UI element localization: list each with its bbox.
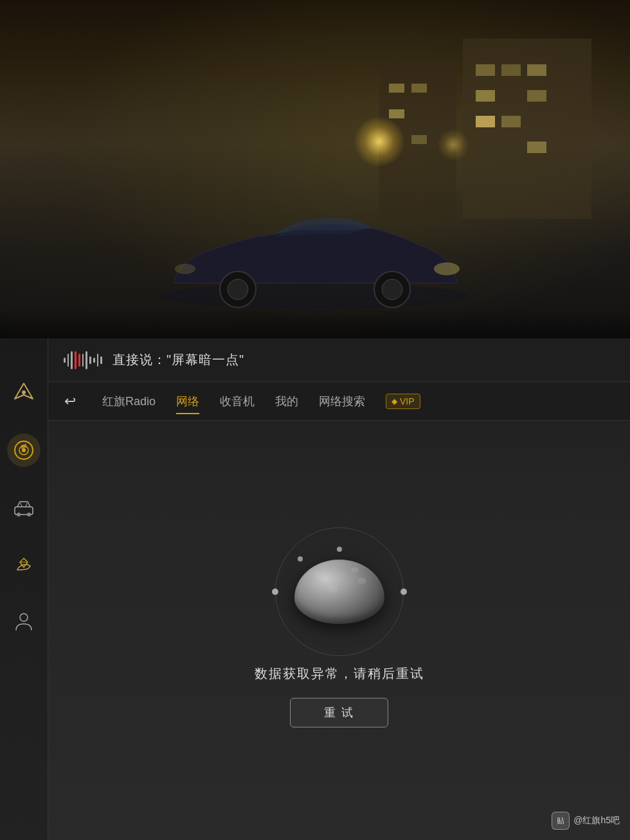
voice-bar: 直接说："屏幕暗一点" xyxy=(48,338,630,382)
sidebar-item-user[interactable] xyxy=(8,606,39,637)
svg-point-7 xyxy=(22,390,26,394)
street-light-2 xyxy=(437,129,469,161)
svg-point-16 xyxy=(20,614,28,621)
sidebar-item-navigation[interactable] xyxy=(8,377,39,408)
svg-point-13 xyxy=(27,513,31,516)
sidebar xyxy=(0,338,48,840)
voice-wave-icon xyxy=(64,351,102,369)
loading-sphere-container xyxy=(269,534,410,650)
svg-point-5 xyxy=(434,262,460,275)
back-button[interactable]: ↩ xyxy=(59,390,82,413)
svg-point-4 xyxy=(382,279,402,300)
retry-button[interactable]: 重 试 xyxy=(290,698,388,727)
sidebar-item-car[interactable] xyxy=(8,493,39,524)
orbit-dot-left xyxy=(272,589,278,595)
vip-badge[interactable]: ◆ VIP xyxy=(386,394,420,409)
svg-point-6 xyxy=(175,264,195,274)
content-area: 数据获取异常，请稍后重试 重 试 xyxy=(48,421,630,840)
tab-network[interactable]: 网络 xyxy=(176,391,199,412)
orbit-dot-top xyxy=(337,547,342,552)
tab-search[interactable]: 网络搜索 xyxy=(319,391,365,412)
main-content: 直接说："屏幕暗一点" ↩ 红旗Radio 网络 收音机 我的 网络搜索 ◆ V… xyxy=(48,338,630,840)
svg-point-2 xyxy=(228,279,248,300)
orbit-dot-right xyxy=(401,589,407,595)
tab-mine[interactable]: 我的 xyxy=(275,391,298,412)
sidebar-item-music[interactable] xyxy=(7,434,40,467)
svg-point-12 xyxy=(17,513,21,516)
infotainment-screen: 直接说："屏幕暗一点" ↩ 红旗Radio 网络 收音机 我的 网络搜索 ◆ V… xyxy=(0,338,630,840)
vip-diamond-icon: ◆ xyxy=(392,397,397,406)
watermark-badge-icon: 贴 xyxy=(552,812,570,830)
svg-point-0 xyxy=(161,283,469,309)
orbit-dot-top-left xyxy=(298,556,303,562)
tab-radio[interactable]: 红旗Radio xyxy=(102,391,156,412)
voice-prompt-text: 直接说："屏幕暗一点" xyxy=(113,351,244,369)
tab-fm[interactable]: 收音机 xyxy=(220,391,255,412)
car-silhouette xyxy=(154,193,476,309)
vip-label: VIP xyxy=(400,396,415,406)
watermark-text: @红旗h5吧 xyxy=(573,815,620,826)
nav-tabs: ↩ 红旗Radio 网络 收音机 我的 网络搜索 ◆ VIP xyxy=(48,382,630,421)
svg-point-10 xyxy=(22,448,26,452)
error-message: 数据获取异常，请稍后重试 xyxy=(255,665,424,682)
watermark: 贴 @红旗h5吧 xyxy=(552,812,620,830)
sidebar-item-vip[interactable] xyxy=(8,549,39,580)
photo-area xyxy=(0,0,630,360)
building-right xyxy=(463,39,591,219)
street-light-1 xyxy=(354,116,405,167)
